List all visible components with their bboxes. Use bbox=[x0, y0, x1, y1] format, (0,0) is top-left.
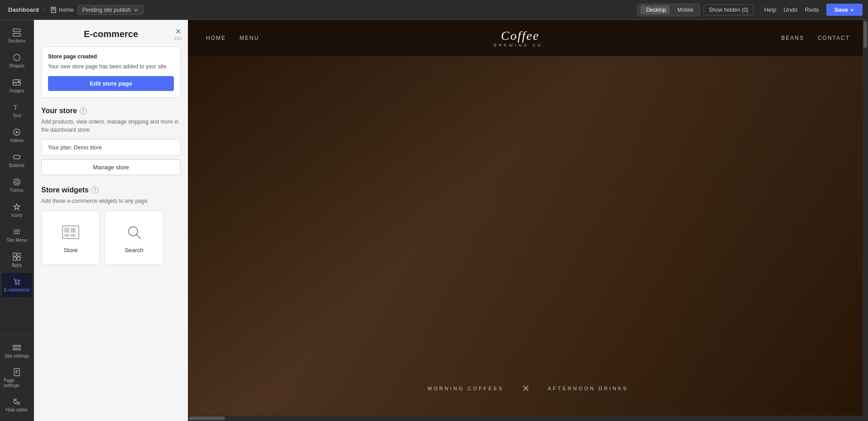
hide-editor-icon bbox=[13, 397, 21, 406]
sidebar-item-site-settings[interactable]: Site settings bbox=[2, 339, 32, 363]
svg-rect-11 bbox=[13, 29, 20, 32]
nav-left-links: HOME MENU bbox=[206, 35, 259, 41]
hero-tab-morning[interactable]: MORNING COFFEES bbox=[428, 386, 504, 391]
sidebar-item-sitemenu[interactable]: Site Menu bbox=[2, 223, 32, 247]
svg-point-21 bbox=[15, 181, 18, 183]
topbar-right-actions: Help Undo Redo Save bbox=[764, 4, 863, 16]
panel-content: Store page created Your new store page h… bbox=[34, 47, 188, 272]
sidebar-item-forms[interactable]: Forms bbox=[2, 173, 32, 197]
sidebar-item-images[interactable]: Images bbox=[2, 74, 32, 98]
svg-rect-25 bbox=[13, 253, 16, 256]
svg-rect-19 bbox=[14, 155, 20, 159]
sidebar-item-ecommerce[interactable]: E-commerce bbox=[2, 273, 32, 297]
search-widget-icon bbox=[124, 222, 144, 242]
svg-marker-18 bbox=[16, 131, 19, 134]
svg-rect-28 bbox=[17, 257, 20, 260]
site-logo: Coffee BREWING CO. bbox=[494, 29, 547, 48]
text-icon: T bbox=[13, 103, 21, 111]
panel-close-button[interactable]: ✕ ESC bbox=[174, 27, 182, 41]
your-store-desc: Add products, view orders, manage shippi… bbox=[41, 118, 181, 134]
canvas-area: HOME MENU Coffee BREWING CO. BEANS CONTA bbox=[188, 20, 868, 421]
scrollbar-thumb-vertical bbox=[863, 21, 867, 48]
pending-publish-badge[interactable]: Pending site publish bbox=[77, 5, 144, 15]
desktop-view-button[interactable]: Desktop bbox=[640, 5, 670, 14]
videos-icon bbox=[13, 128, 21, 136]
hero-section: MORNING COFFEES ✕ AFTERNOON DRINKS bbox=[188, 56, 868, 421]
view-toggle-group: Desktop Mobile bbox=[637, 4, 700, 16]
store-created-text: Your new store page has been added to yo… bbox=[48, 62, 174, 71]
sidebar-bottom: Site settings Page settings Hide editor bbox=[0, 335, 34, 421]
sidebar-item-text[interactable]: T Text bbox=[2, 99, 32, 123]
sidebar-item-apps[interactable]: Apps bbox=[2, 248, 32, 272]
sections-icon bbox=[13, 29, 21, 37]
nav-right-links: BEANS CONTACT bbox=[781, 35, 850, 41]
store-created-title: Store page created bbox=[48, 53, 174, 60]
hero-tabs: MORNING COFFEES ✕ AFTERNOON DRINKS bbox=[428, 383, 628, 394]
svg-rect-39 bbox=[64, 228, 69, 233]
show-hidden-button[interactable]: Show hidden (0) bbox=[704, 5, 753, 15]
panel-header: E-commerce ✕ ESC bbox=[34, 20, 188, 47]
nav-home-link[interactable]: HOME bbox=[206, 35, 226, 41]
nav-menu-link[interactable]: MENU bbox=[240, 35, 259, 41]
svg-rect-41 bbox=[64, 234, 69, 237]
mobile-view-button[interactable]: Mobile bbox=[671, 5, 697, 14]
manage-store-button[interactable]: Manage store bbox=[41, 159, 181, 175]
svg-rect-27 bbox=[13, 257, 16, 260]
svg-line-44 bbox=[136, 234, 140, 239]
logo-sub: BREWING CO. bbox=[494, 43, 547, 48]
home-tab[interactable]: home bbox=[50, 6, 74, 13]
store-widgets-help-icon[interactable]: ? bbox=[91, 187, 99, 194]
svg-rect-32 bbox=[13, 349, 20, 350]
svg-text:T: T bbox=[14, 104, 18, 111]
hero-tab-separator: ✕ bbox=[522, 383, 530, 394]
canvas-scrollbar-horizontal[interactable] bbox=[188, 416, 863, 421]
svg-point-20 bbox=[14, 179, 20, 185]
save-button[interactable]: Save bbox=[826, 4, 863, 16]
store-widget-card[interactable]: Store bbox=[41, 210, 100, 265]
sidebar-item-videos[interactable]: Videos bbox=[2, 124, 32, 148]
search-widget-label: Search bbox=[125, 247, 143, 254]
left-sidebar: Sections Shapes Images T Text Videos But… bbox=[0, 20, 34, 421]
canvas-scrollbar-vertical[interactable] bbox=[863, 20, 868, 421]
nav-contact-link[interactable]: CONTACT bbox=[818, 35, 850, 41]
apps-icon bbox=[13, 253, 21, 261]
sidebar-item-shapes[interactable]: Shapes bbox=[2, 49, 32, 73]
hero-tab-afternoon[interactable]: AFTERNOON DRINKS bbox=[548, 386, 628, 391]
nav-beans-link[interactable]: BEANS bbox=[781, 35, 804, 41]
ecommerce-icon bbox=[13, 277, 21, 286]
dashboard-brand[interactable]: Dashboard bbox=[5, 6, 39, 13]
sidebar-item-icons[interactable]: Icons bbox=[2, 198, 32, 222]
svg-rect-12 bbox=[13, 33, 20, 36]
sitemenu-icon bbox=[13, 228, 21, 236]
plan-box: Your plan: Demo store bbox=[41, 139, 181, 156]
sidebar-item-buttons[interactable]: Buttons bbox=[2, 148, 32, 172]
scrollbar-thumb-horizontal bbox=[189, 416, 225, 420]
redo-button[interactable]: Redo bbox=[805, 6, 819, 13]
sidebar-item-page-settings[interactable]: Page settings bbox=[2, 364, 32, 392]
logo-text: Coffee bbox=[494, 29, 547, 43]
main-area: Sections Shapes Images T Text Videos But… bbox=[0, 20, 868, 421]
search-widget-card[interactable]: Search bbox=[105, 210, 163, 265]
svg-rect-26 bbox=[17, 253, 20, 256]
sidebar-item-sections[interactable]: Sections bbox=[2, 24, 32, 48]
svg-rect-31 bbox=[13, 345, 20, 347]
your-store-title: Your store ? bbox=[41, 107, 181, 115]
edit-store-page-button[interactable]: Edit store page bbox=[48, 76, 174, 91]
chevron-down-icon bbox=[850, 8, 854, 12]
website-preview: HOME MENU Coffee BREWING CO. BEANS CONTA bbox=[188, 20, 868, 421]
buttons-icon bbox=[13, 153, 21, 161]
help-button[interactable]: Help bbox=[764, 6, 777, 13]
shapes-icon bbox=[13, 53, 21, 62]
page-settings-icon bbox=[13, 368, 21, 376]
forms-icon bbox=[13, 178, 21, 186]
sidebar-items: Sections Shapes Images T Text Videos But… bbox=[0, 20, 34, 335]
sidebar-item-hide-editor[interactable]: Hide editor bbox=[2, 393, 32, 417]
store-created-box: Store page created Your new store page h… bbox=[41, 47, 181, 98]
store-widgets-desc: Add these e-commerce widgets to any page… bbox=[41, 197, 181, 205]
svg-point-13 bbox=[14, 54, 20, 61]
your-store-help-icon[interactable]: ? bbox=[80, 107, 87, 115]
undo-button[interactable]: Undo bbox=[783, 6, 797, 13]
images-icon bbox=[13, 78, 21, 86]
website-frame: HOME MENU Coffee BREWING CO. BEANS CONTA bbox=[188, 20, 868, 421]
store-widget-label: Store bbox=[63, 247, 77, 254]
